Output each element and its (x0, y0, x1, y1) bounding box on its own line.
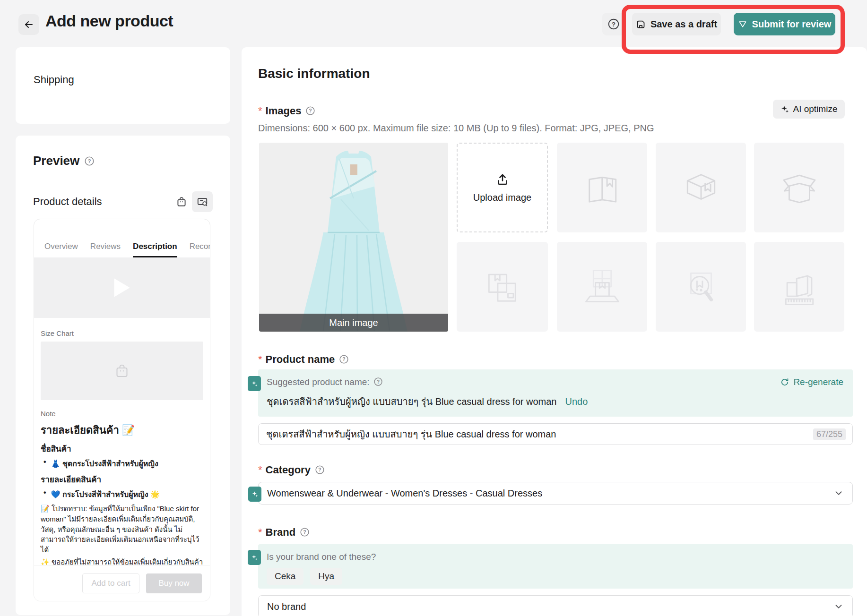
image-slot-placeholder[interactable] (457, 242, 548, 332)
product-preview-phone: Overview Reviews Description Recommen Si… (34, 219, 210, 601)
page-title: Add new product (45, 12, 173, 30)
bag-preview-button[interactable] (171, 191, 192, 212)
help-circle-icon[interactable]: ? (373, 377, 384, 387)
blue-dress-image (259, 143, 448, 332)
help-circle-icon[interactable]: ? (300, 527, 310, 538)
shipping-card: Shipping (16, 47, 230, 124)
category-field-label: * Category ? (258, 464, 325, 476)
ai-sparkle-badge (248, 487, 261, 502)
preview-card: Preview ? Product details Overview Revie… (16, 136, 230, 615)
category-value: Womenswear & Underwear - Women's Dresses… (267, 488, 833, 499)
preview-tabs: Overview Reviews Description Recommen (34, 219, 210, 257)
help-circle-icon[interactable]: ? (315, 465, 325, 475)
refresh-icon (780, 377, 789, 387)
tab-description[interactable]: Description (133, 242, 177, 257)
upload-image-tile[interactable]: Upload image (457, 143, 548, 232)
brand-question: Is your brand one of these? (258, 544, 853, 562)
image-slot-placeholder[interactable] (754, 242, 844, 332)
product-name-input[interactable]: ชุดเดรสสีฟ้าสำหรับผู้หญิง แบบสบายๆ รุ่น … (258, 423, 853, 445)
svg-text:?: ? (88, 158, 91, 163)
help-circle-icon: ? (607, 18, 620, 30)
size-chart-label: Size Chart (41, 329, 203, 337)
submit-for-review-button[interactable]: Submit for review (734, 13, 835, 35)
shopping-bag-icon (175, 196, 188, 208)
size-chart-placeholder (41, 342, 203, 400)
char-counter: 67/255 (813, 428, 846, 440)
svg-text:?: ? (309, 108, 312, 113)
svg-text:?: ? (343, 356, 346, 362)
note-subheading: รายละเอียดสินค้า (41, 473, 203, 486)
note-paragraph: 📝 โปรดทราบ: ข้อมูลที่ให้มาเป็นเพียง "Blu… (41, 504, 203, 555)
suggested-name-label: Suggested product name: ? (267, 377, 780, 387)
svg-text:?: ? (377, 379, 380, 385)
details-preview-button[interactable] (192, 191, 213, 212)
help-circle-icon[interactable]: ? (305, 106, 316, 116)
brand-suggestion-panel: Is your brand one of these? Ceka Hya (258, 544, 853, 589)
card-magnifier-icon (196, 196, 208, 208)
product-details-title: Product details (33, 196, 171, 208)
play-icon (113, 277, 131, 298)
shipping-section-title: Shipping (34, 74, 74, 86)
tab-recommend[interactable]: Recommen (190, 242, 210, 257)
add-to-cart-button[interactable]: Add to cart (82, 573, 139, 593)
basic-information-card: Basic information * Images ? AI optimize… (242, 47, 867, 616)
suggested-name-panel: Suggested product name: ? Re-generate ชุ… (258, 369, 853, 417)
help-circle-icon[interactable]: ? (84, 156, 95, 166)
regenerate-button[interactable]: Re-generate (780, 377, 843, 387)
tab-reviews[interactable]: Reviews (90, 242, 121, 257)
image-slot-placeholder[interactable] (656, 143, 746, 232)
help-button[interactable]: ? (602, 13, 625, 35)
tab-overview[interactable]: Overview (44, 242, 78, 257)
back-arrow-icon (23, 19, 35, 30)
chevron-down-icon (833, 488, 844, 498)
note-label: Note (41, 410, 203, 418)
ai-sparkle-icon (780, 105, 789, 114)
ai-sparkle-badge (248, 550, 261, 565)
packages-icon (481, 265, 524, 308)
shopping-bag-icon (113, 362, 130, 379)
image-slot-placeholder[interactable] (557, 242, 647, 332)
brand-select[interactable]: No brand (258, 595, 853, 616)
main-product-image[interactable]: Main image (259, 143, 448, 332)
boxes-ruler-icon (778, 265, 821, 308)
svg-text:?: ? (318, 467, 321, 472)
save-as-draft-button[interactable]: Save as a draft (632, 13, 721, 35)
images-field-label: * Images ? (258, 105, 316, 117)
box-magnifier-icon (679, 265, 723, 308)
nabla-submit-icon (738, 19, 747, 29)
preview-footer: Add to cart Buy now (34, 565, 210, 601)
box-on-stand-icon (581, 265, 624, 308)
ai-optimize-button[interactable]: AI optimize (773, 100, 845, 119)
brand-value: No brand (267, 601, 833, 612)
svg-text:?: ? (612, 21, 616, 28)
back-button[interactable] (18, 14, 39, 35)
upload-icon (495, 172, 510, 187)
box-open-icon (778, 166, 821, 209)
note-subheading: ชื่อสินค้า (41, 442, 203, 455)
preview-title: Preview (33, 154, 79, 168)
preview-video-player[interactable] (34, 257, 210, 318)
product-name-field-label: * Product name ? (258, 353, 349, 366)
upload-image-label: Upload image (473, 192, 531, 203)
image-slot-placeholder[interactable] (656, 242, 746, 332)
chevron-down-icon (833, 601, 844, 612)
undo-link[interactable]: Undo (565, 396, 588, 407)
ai-sparkle-badge (248, 376, 261, 391)
svg-text:?: ? (303, 529, 306, 535)
suggested-name-value: ชุดเดรสสีฟ้าสำหรับผู้หญิง แบบสบายๆ รุ่น … (267, 394, 556, 409)
section-title: Basic information (258, 66, 370, 81)
help-circle-icon[interactable]: ? (339, 354, 349, 365)
image-dimensions-note: Dimensions: 600 × 600 px. Maximum file s… (258, 123, 654, 134)
note-bullet-item: • 💙 กระโปรงสีฟ้าสำหรับผู้หญิง 🌟 (41, 488, 203, 500)
box-front-icon (581, 166, 624, 209)
buy-now-button[interactable]: Buy now (146, 573, 202, 593)
brand-field-label: * Brand ? (258, 526, 310, 539)
image-slot-placeholder[interactable] (557, 143, 647, 232)
brand-chip[interactable]: Hya (310, 568, 342, 585)
save-draft-icon (636, 19, 646, 29)
category-select[interactable]: Womenswear & Underwear - Women's Dresses… (258, 482, 853, 505)
box-3d-icon (679, 166, 723, 209)
image-slot-placeholder[interactable] (754, 143, 844, 232)
brand-chip[interactable]: Ceka (267, 568, 303, 585)
note-heading: รายละเอียดสินค้า 📝 (41, 422, 203, 438)
